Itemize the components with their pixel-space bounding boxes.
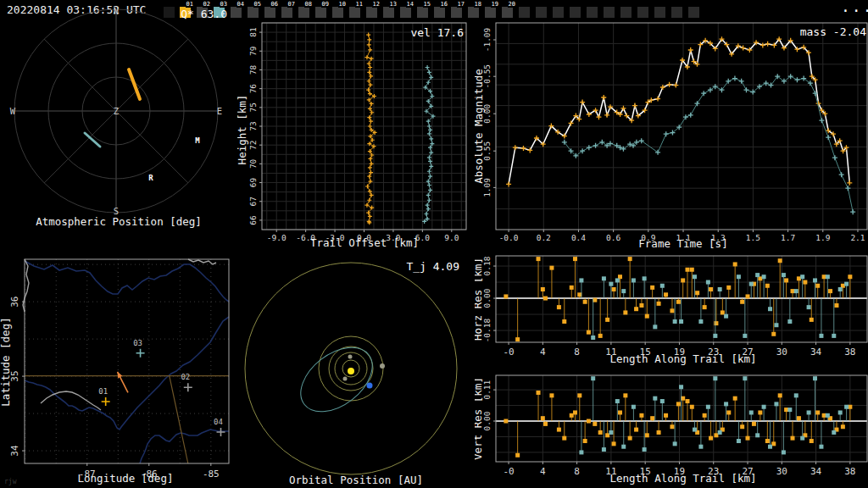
svg-text:0.4: 0.4 <box>571 233 586 242</box>
trail-offset-panel: -9.0-6.0-3.00.03.06.09.08179787675737270… <box>237 20 475 249</box>
frame-tab-number: 13 <box>389 1 398 8</box>
trail-ylabel: Height [km] <box>237 95 248 165</box>
mass-title: mass -2.04 <box>800 25 866 38</box>
vert-residuals-panel: -04811151923273034380.110.00 Vert Res [k… <box>475 369 868 488</box>
frame-tab-15[interactable]: 15 <box>417 7 428 18</box>
orbit-caption: Orbital Position [AU] <box>289 474 423 486</box>
frame-tab-number: 15 <box>423 1 431 8</box>
svg-text:38: 38 <box>844 347 855 358</box>
frame-tab-number: 09 <box>321 1 330 8</box>
overflow-menu-button[interactable]: ... <box>841 0 868 15</box>
frame-tab-14[interactable]: 14 <box>400 7 411 18</box>
svg-text:8: 8 <box>574 347 580 358</box>
trail-title: vel 17.6 <box>410 26 464 39</box>
svg-text:04: 04 <box>214 418 223 426</box>
svg-text:73: 73 <box>248 121 258 130</box>
svg-text:R: R <box>148 174 153 182</box>
frame-tab-10[interactable]: 10 <box>332 7 343 18</box>
vert-residuals-chart: -04811151923273034380.110.00 Vert Res [k… <box>475 369 868 488</box>
frame-tab-number: 08 <box>304 1 313 8</box>
light-curve-panel: -0.00.20.40.60.91.11.31.51.71.92.1-1.09-… <box>475 20 868 249</box>
frame-tab-16[interactable]: 16 <box>434 7 445 18</box>
tisserand-title: T_j 4.09 <box>406 260 459 273</box>
atmospheric-position-panel: MR Q* 63.0 N E W S Z Atmospheric Positio… <box>0 0 237 229</box>
svg-text:79: 79 <box>248 46 258 56</box>
svg-text:36: 36 <box>9 297 20 308</box>
frame-tab-12[interactable]: 12 <box>366 7 377 18</box>
frame-tab-blank-31 <box>688 7 699 18</box>
svg-text:34: 34 <box>810 466 822 477</box>
zenith-label: Z <box>114 106 119 116</box>
frame-tab-07[interactable]: 07 <box>281 7 292 18</box>
svg-text:1.7: 1.7 <box>781 233 795 242</box>
frame-tab-blank-30 <box>671 7 682 18</box>
frame-tab-number: 11 <box>355 1 364 8</box>
svg-text:-1.09: -1.09 <box>482 27 492 52</box>
svg-text:0.6: 0.6 <box>606 233 620 242</box>
svg-text:38: 38 <box>844 466 855 477</box>
orbital-position-chart: T_j 4.09 Orbital Position [AU] <box>237 249 475 488</box>
watermark: rjw <box>4 478 16 485</box>
svg-text:01: 01 <box>98 387 108 396</box>
frame-tab-19[interactable]: 19 <box>485 7 496 18</box>
svg-text:-0: -0 <box>503 466 514 477</box>
svg-text:70: 70 <box>248 158 258 169</box>
frame-tab-number: 17 <box>457 1 465 8</box>
trail-xlabel: Trail Offset [km] <box>310 236 419 249</box>
ground-map-chart: -87-86-8536353401020304 Latitude [deg] L… <box>0 249 237 488</box>
frame-tab-18[interactable]: 18 <box>468 7 479 18</box>
meteor-analysis-app: 20220814 03:16:52 UTC 010203040506070809… <box>0 0 868 488</box>
frame-tab-08[interactable]: 08 <box>298 7 309 18</box>
frame-tab-11[interactable]: 11 <box>349 7 360 18</box>
svg-text:76: 76 <box>248 84 258 94</box>
frame-tab-09[interactable]: 09 <box>315 7 326 18</box>
ground-map-panel: -87-86-8536353401020304 Latitude [deg] L… <box>0 249 237 488</box>
compass-north-label: N <box>114 6 119 16</box>
svg-text:2.1: 2.1 <box>850 233 865 242</box>
svg-text:-9.0: -9.0 <box>267 233 287 242</box>
svg-text:-0.0: -0.0 <box>499 233 519 242</box>
svg-text:75: 75 <box>248 103 258 112</box>
frame-tab-20[interactable]: 20 <box>502 7 513 18</box>
frame-tab-blank-22 <box>536 7 547 18</box>
svg-text:30: 30 <box>776 466 787 477</box>
svg-text:9.0: 9.0 <box>444 233 459 242</box>
polar-title: Q* 63.0 <box>181 8 227 20</box>
compass-east-label: E <box>217 106 222 116</box>
svg-text:34: 34 <box>810 347 822 358</box>
vert-res-ylabel: Vert Res [km] <box>475 377 484 460</box>
svg-text:1.5: 1.5 <box>746 233 760 242</box>
frame-tab-13[interactable]: 13 <box>383 7 394 18</box>
svg-text:03: 03 <box>133 339 142 347</box>
frame-time-xlabel: Frame Time [s] <box>638 237 727 249</box>
svg-text:72: 72 <box>248 140 258 149</box>
svg-text:69: 69 <box>248 178 258 188</box>
frame-tab-blank-28 <box>637 7 648 18</box>
vert-res-xlabel: Length Along Trail [km] <box>609 472 756 485</box>
svg-text:4: 4 <box>540 347 546 358</box>
svg-text:8: 8 <box>574 466 580 477</box>
horz-res-xlabel: Length Along Trail [km] <box>609 352 756 365</box>
frame-tab-number: 18 <box>474 1 482 8</box>
frame-tab-number: 07 <box>287 1 296 8</box>
frame-tab-17[interactable]: 17 <box>451 7 462 18</box>
svg-text:34: 34 <box>9 445 20 457</box>
light-curve-chart: -0.00.20.40.60.91.11.31.51.71.92.1-1.09-… <box>475 20 868 249</box>
frame-tab-blank-21 <box>519 7 530 18</box>
frame-tab-05[interactable]: 05 <box>248 7 259 18</box>
frame-tab-blank-23 <box>553 7 564 18</box>
frame-tab-number: 04 <box>236 1 245 8</box>
svg-text:66: 66 <box>248 215 258 225</box>
frame-tab-blank-29 <box>654 7 665 18</box>
polar-caption: Atmospheric Position [deg] <box>36 215 202 228</box>
frame-tab-06[interactable]: 06 <box>264 7 275 18</box>
magnitude-ylabel: Absolute Magnitude <box>475 69 485 183</box>
trail-offset-chart: -9.0-6.0-3.00.03.06.09.08179787675737270… <box>237 20 475 249</box>
frame-tab-number: 20 <box>508 1 516 8</box>
compass-west-label: W <box>10 106 16 116</box>
frame-tab-blank-27 <box>620 7 632 18</box>
frame-tab-blank-26 <box>604 7 615 18</box>
svg-text:30: 30 <box>776 347 787 358</box>
frame-tab-blank-24 <box>570 7 581 18</box>
horz-residuals-chart: -04811151923273034380.180.00-0.18 Horz R… <box>475 249 868 369</box>
